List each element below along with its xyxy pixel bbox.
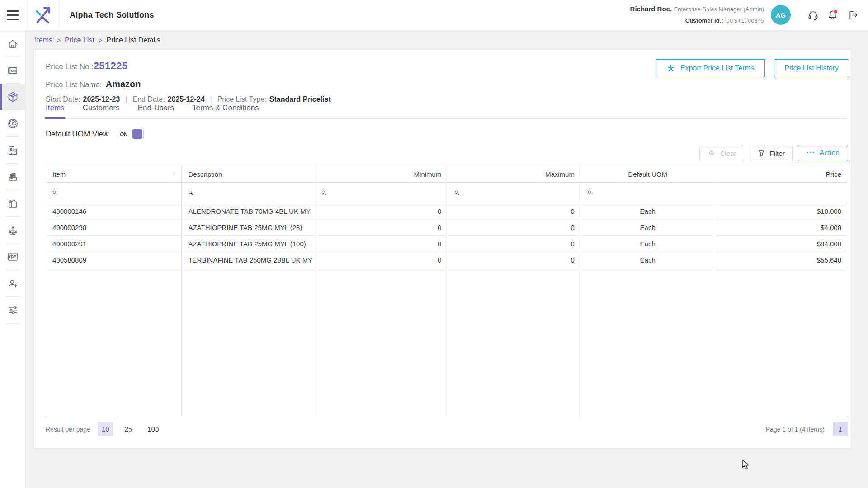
table-row-cell[interactable]: Each <box>581 220 715 236</box>
support-headset-icon[interactable] <box>803 5 823 25</box>
sidebar-item-orders[interactable] <box>0 190 25 217</box>
end-date-value: 2025-12-24 <box>168 95 205 103</box>
tab-end-users[interactable]: End-Users <box>138 103 174 118</box>
default-uom-view-label: Default UOM View <box>46 130 109 139</box>
table-row-cell[interactable]: AZATHIOPRINE TAB 25MG MYL (28) <box>182 220 315 236</box>
column-header-price[interactable]: Price <box>714 166 848 183</box>
export-price-list-terms-button[interactable]: Export Price List Terms <box>656 59 765 77</box>
price-list-no-value: 251225 <box>94 60 127 72</box>
search-icon <box>321 189 328 197</box>
pdf-export-icon <box>666 63 676 73</box>
add-user-icon <box>7 277 19 290</box>
sidebar-item-home[interactable] <box>0 30 25 57</box>
table-row-cell[interactable]: TERBINAFINE TAB 250MG 28BL UK MY <box>182 252 315 268</box>
svg-text:$: $ <box>11 121 14 126</box>
page-number-1[interactable]: 1 <box>833 422 848 436</box>
page-size-100[interactable]: 100 <box>143 422 163 436</box>
table-row-cell[interactable]: 400580809 <box>46 252 182 268</box>
column-header-default-uom[interactable]: Default UOM <box>581 166 715 183</box>
building-icon <box>7 145 19 156</box>
sidebar-item-add-user[interactable] <box>0 270 25 297</box>
search-cell-price-empty <box>714 183 848 203</box>
sidebar-item-inventory[interactable] <box>0 84 25 110</box>
column-header-maximum[interactable]: Maximum <box>448 166 581 183</box>
table-row-cell[interactable]: Each <box>581 252 715 268</box>
sidebar-item-company[interactable] <box>0 137 25 164</box>
app-title: Alpha Tech Solutions <box>70 10 154 20</box>
search-input-description[interactable] <box>182 183 315 203</box>
table-toolbar: Clear Filter ••• Action <box>699 145 848 161</box>
table-row-cell[interactable]: Each <box>581 236 715 252</box>
app-logo[interactable] <box>26 0 60 30</box>
breadcrumb-separator: > <box>57 36 61 44</box>
search-icon <box>52 189 59 197</box>
table-row-cell[interactable]: 0 <box>448 220 581 236</box>
sidebar-item-pricing[interactable]: $ <box>0 110 25 137</box>
toggle-knob <box>132 129 142 139</box>
default-uom-view-toggle[interactable]: ON <box>116 128 144 140</box>
table-row-cell[interactable]: 0 <box>315 220 448 236</box>
price-list-history-button[interactable]: Price List History <box>774 59 849 77</box>
ellipsis-icon: ••• <box>807 149 816 156</box>
search-input-default-uom[interactable] <box>581 183 715 203</box>
clear-broom-icon <box>707 149 716 158</box>
logout-icon[interactable] <box>843 5 863 25</box>
empty-table-area <box>315 268 448 417</box>
column-header-item[interactable]: Item ↑ <box>46 166 182 183</box>
table-row-cell[interactable]: $10.000 <box>714 203 848 220</box>
filter-button[interactable]: Filter <box>750 145 793 161</box>
table-row-cell[interactable]: 0 <box>315 252 448 268</box>
table-row-cell[interactable]: 0 <box>448 203 581 220</box>
sidebar-item-crm[interactable]: CRM <box>0 57 25 84</box>
table-row-cell[interactable]: 0 <box>448 252 581 268</box>
search-icon <box>587 189 594 197</box>
clear-button[interactable]: Clear <box>699 145 744 161</box>
home-icon <box>7 38 19 50</box>
breadcrumb-current: Price List Details <box>106 36 160 44</box>
tab-terms-conditions[interactable]: Terms & Conditions <box>192 103 259 118</box>
table-row-cell[interactable]: 400000146 <box>46 203 182 220</box>
table-row-cell[interactable]: 0 <box>448 236 581 252</box>
price-list-name-label: Price List Name: <box>46 80 102 89</box>
hamburger-menu-icon[interactable] <box>0 10 26 20</box>
pagination-bar: Result per page 10 25 100 Page 1 of 1 (4… <box>46 422 848 436</box>
table-row-cell[interactable]: 400000290 <box>46 220 182 236</box>
page-size-25[interactable]: 25 <box>121 422 137 436</box>
table-row-cell[interactable]: $84.000 <box>714 236 848 252</box>
page-size-10[interactable]: 10 <box>98 422 113 436</box>
header-divider <box>798 7 798 23</box>
toggle-state-label: ON <box>120 131 128 137</box>
column-header-description[interactable]: Description <box>182 166 315 183</box>
search-input-minimum[interactable] <box>315 183 448 203</box>
avatar[interactable]: AG <box>771 5 791 25</box>
breadcrumb-price-list[interactable]: Price List <box>65 36 94 44</box>
notifications-bell-icon[interactable] <box>823 5 843 25</box>
notification-dot <box>834 10 837 13</box>
table-row-cell[interactable]: $4.000 <box>714 220 848 236</box>
search-input-maximum[interactable] <box>448 183 581 203</box>
table-row-cell[interactable]: $55.640 <box>714 252 848 268</box>
tab-items[interactable]: Items <box>46 103 65 118</box>
sort-asc-icon[interactable]: ↑ <box>172 171 175 178</box>
sidebar-item-balance[interactable]: D C <box>0 217 25 244</box>
table-row-cell[interactable]: AZATHIOPRINE TAB 25MG MYL (100) <box>182 236 315 252</box>
sidebar-item-pos[interactable] <box>0 164 25 190</box>
price-list-meta-row: Start Date: 2025-12-23 | End Date: 2025-… <box>46 95 331 103</box>
table-row-cell[interactable]: ALENDRONATE TAB 70MG 4BL UK MY <box>182 203 315 220</box>
action-button[interactable]: ••• Action <box>798 145 848 161</box>
end-date-label: End Date: <box>132 95 165 103</box>
search-input-item[interactable] <box>46 183 182 203</box>
table-row-cell[interactable]: 0 <box>315 203 448 220</box>
column-header-minimum[interactable]: Minimum <box>315 166 448 183</box>
price-list-name-row: Price List Name: Amazon <box>46 79 141 89</box>
sidebar-item-reports[interactable] <box>0 244 25 270</box>
table-row-cell[interactable]: 400000291 <box>46 236 182 252</box>
table-row-cell[interactable]: 0 <box>315 236 448 252</box>
sidebar-item-settings[interactable] <box>0 297 25 324</box>
breadcrumb-separator: > <box>99 36 103 44</box>
tab-customers[interactable]: Customers <box>83 103 120 118</box>
table-row-cell[interactable]: Each <box>581 203 715 220</box>
shopping-bags-icon <box>7 197 19 210</box>
report-chart-icon <box>7 251 19 263</box>
breadcrumb-items[interactable]: Items <box>35 36 52 44</box>
